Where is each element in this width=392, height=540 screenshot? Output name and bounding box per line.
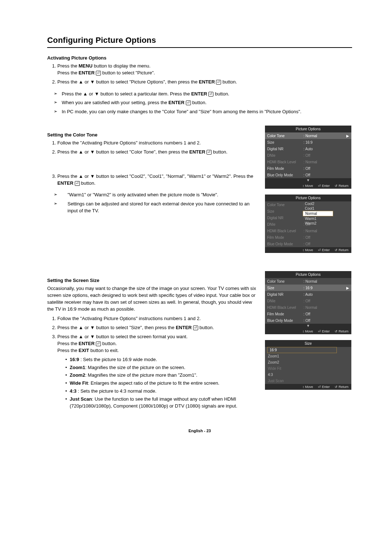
osd-option: Cool1 [265, 206, 351, 211]
list-item: Just Scan: Use the function to see the f… [66, 396, 258, 410]
osd-option: Warm1 [265, 216, 351, 221]
osd-option: Normal [303, 211, 333, 216]
osd-footer: ↕ Move ⏎ Enter ↺ Return [265, 328, 351, 334]
step-3: Press the ▲ or ▼ button to select "Cool2… [57, 173, 258, 187]
note-item: In PC mode, you can only make changes to… [47, 109, 352, 115]
enter-icon: ⏎ [96, 71, 101, 75]
osd-title: Picture Options [265, 271, 351, 278]
step-1: Press the MENU button to display the men… [57, 63, 352, 77]
osd-title: Picture Options [265, 195, 351, 201]
list-item: 4:3 : Sets the picture to 4:3 normal mod… [66, 388, 258, 395]
osd-more-arrow: ▼ [265, 178, 351, 183]
osd-row: Blue Only Mode: Off [265, 241, 351, 247]
osd-option: Zoom2 [265, 359, 351, 365]
osd-option: Zoom1 [265, 353, 351, 359]
osd-picture-options-3: Picture Options Color Tone: NormalSize: … [265, 271, 351, 334]
osd-picture-options-2: Picture Options Color Tone:Size:Digital … [265, 195, 351, 253]
step-1: Follow the "Activating Picture Options" … [57, 140, 258, 147]
manual-page: Configuring Picture Options Activating P… [0, 0, 392, 447]
note-item: When you are satisfied with your setting… [47, 99, 352, 106]
osd-row: Blue Only Mode: Off [265, 317, 351, 324]
step-2: Press the ▲ or ▼ button to select "Pictu… [57, 79, 352, 86]
enter-icon: ⏎ [193, 326, 198, 330]
osd-option: Warm2 [265, 221, 351, 226]
screensize-intro: Occasionally, you may want to change the… [47, 285, 258, 312]
note-item: Settings can be adjusted and stored for … [47, 201, 258, 214]
osd-row: Blue Only Mode: Off [265, 172, 351, 178]
colortone-steps: Follow the "Activating Picture Options" … [47, 140, 258, 156]
size-options-list: 16:9 : Sets the picture to 16:9 wide mod… [57, 356, 258, 410]
list-item: 16:9 : Sets the picture to 16:9 wide mod… [66, 356, 258, 363]
osd-footer: ↕ Move ⏎ Enter ↺ Return [265, 247, 351, 253]
step-3: Press the ▲ or ▼ button to select the sc… [57, 334, 258, 409]
osd-row: Color Tone: Normal▶ [265, 132, 351, 139]
osd-row: Color Tone: Normal [265, 278, 351, 285]
step-2: Press the ▲ or ▼ button to select "Color… [57, 149, 258, 156]
osd-option: 4:3 [265, 372, 351, 378]
page-title: Configuring Picture Options [47, 36, 352, 48]
osd-row: HDMI Black Level: Normal [265, 228, 351, 234]
step-1: Follow the "Activating Picture Options" … [57, 315, 258, 322]
list-item: Zoom2: Magnifies the size of the picture… [66, 372, 258, 379]
osd-row: Film Mode: Off [265, 234, 351, 241]
osd-row: DNIe: Off [265, 298, 351, 304]
osd-option: Cool2 [265, 201, 351, 206]
note-item: Press the ▲ or ▼ button to select a part… [47, 91, 352, 98]
osd-more-arrow: ▼ [265, 324, 351, 328]
osd-row: Film Mode: Off [265, 165, 351, 172]
osd-row: Digital NR: Auto [265, 146, 351, 152]
activating-steps: Press the MENU button to display the men… [47, 63, 352, 86]
enter-icon: ⏎ [208, 92, 213, 97]
osd-size: Size 16:9Zoom1Zoom2Wide Fit4:3Just Scan … [265, 340, 351, 390]
section-screensize-heading: Setting the Screen Size [47, 278, 258, 283]
list-item: Wide Fit: Enlarges the aspect ratio of t… [66, 380, 258, 387]
osd-option: Just Scan [265, 378, 351, 384]
enter-icon: ⏎ [186, 101, 191, 105]
osd-dropdown: Cool2Cool1NormalWarm1Warm2 [265, 201, 351, 226]
osd-row: DNIe: Off [265, 152, 351, 159]
enter-icon: ⏎ [216, 80, 221, 85]
step-2: Press the ▲ or ▼ button to select "Size"… [57, 324, 258, 331]
screensize-steps: Follow the "Activating Picture Options" … [47, 315, 258, 409]
enter-icon: ⏎ [96, 341, 101, 346]
osd-title: Size [265, 340, 351, 347]
osd-row: Film Mode: Off [265, 311, 351, 317]
osd-footer: ↕ Move ⏎ Enter ↺ Return [265, 183, 351, 189]
note-item: "Warm1" or "Warm2" is only activated whe… [47, 192, 258, 199]
osd-option: Wide Fit [265, 365, 351, 372]
osd-title: Picture Options [265, 126, 351, 132]
section-activating-heading: Activating Picture Options [47, 55, 352, 61]
page-number: English - 23 [47, 429, 352, 433]
osd-picture-options-1: Picture Options Color Tone: Normal▶Size:… [265, 126, 351, 189]
enter-icon: ⏎ [75, 181, 80, 186]
list-item: Zoom1: Magnifies the size of the picture… [66, 364, 258, 371]
osd-row: Digital NR: Auto [265, 291, 351, 298]
section-colortone-heading: Setting the Color Tone [47, 132, 258, 138]
enter-icon: ⏎ [207, 150, 212, 155]
osd-row: Size: 16:9▶ [265, 285, 351, 291]
osd-row: HDMI Black Level: Normal [265, 159, 351, 165]
osd-option: 16:9 [267, 347, 337, 353]
osd-row: HDMI Black Level: Normal [265, 304, 351, 311]
osd-footer: ↕ Move ⏎ Enter ↺ Return [265, 384, 351, 390]
osd-row: Size: 16:9 [265, 139, 351, 146]
colortone-steps-cont: Press the ▲ or ▼ button to select "Cool2… [47, 173, 258, 187]
